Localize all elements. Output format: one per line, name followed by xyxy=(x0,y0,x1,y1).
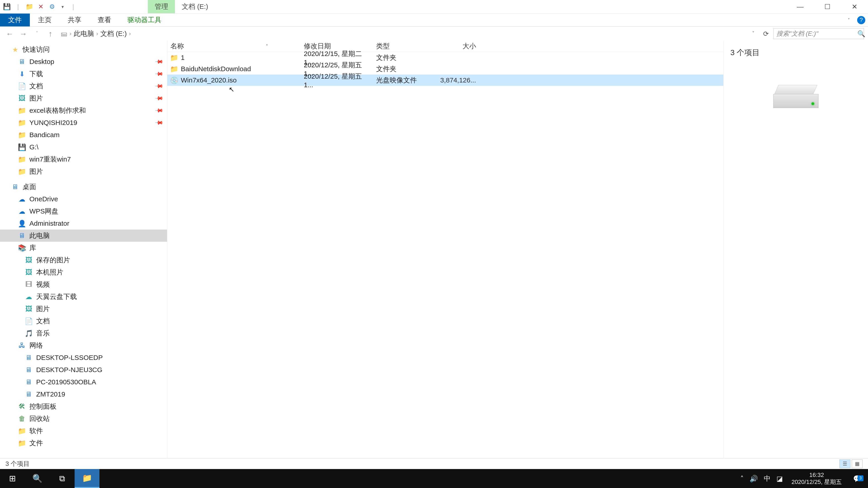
taskbar-search-button[interactable]: 🔍 xyxy=(25,469,50,488)
tree-item[interactable]: 🎞视频 xyxy=(0,278,167,291)
taskbar-clock[interactable]: 16:32 2020/12/25, 星期五 xyxy=(789,471,844,486)
ribbon-collapse-icon[interactable]: ˅ xyxy=(843,13,855,26)
up-button[interactable]: ↑ xyxy=(45,28,56,39)
tree-recycle-bin[interactable]: 🗑回收站 xyxy=(0,413,167,425)
col-size[interactable]: 大小 xyxy=(434,41,479,52)
tree-item[interactable]: 🖥DESKTOP-NJEU3CG xyxy=(0,364,167,376)
tree-label: ZMT2019 xyxy=(36,390,65,398)
tree-item[interactable]: 🖥PC-20190530OBLA xyxy=(0,376,167,388)
tree-item[interactable]: ⬇下载📌 xyxy=(0,68,167,80)
tree-item[interactable]: 🖼图片 xyxy=(0,303,167,315)
search-icon[interactable]: 🔍 xyxy=(857,30,865,37)
tree-item[interactable]: 📁图片 xyxy=(0,165,167,177)
desktop-icon: 🖥 xyxy=(11,183,19,191)
breadcrumb-bar[interactable]: 🖴 › 此电脑 › 文档 (E:) › ˅ xyxy=(58,28,758,39)
clock-time: 16:32 xyxy=(792,471,842,479)
tree-label: 桌面 xyxy=(23,182,36,192)
tab-view[interactable]: 查看 xyxy=(90,13,119,26)
forward-button[interactable]: → xyxy=(18,28,29,39)
tree-item[interactable]: ☁OneDrive xyxy=(0,193,167,205)
tree-item[interactable]: 📁Bandicam xyxy=(0,129,167,141)
tree-quick-access[interactable]: ★快速访问 xyxy=(0,43,167,56)
view-thumbnails-button[interactable]: ▦ xyxy=(852,459,863,468)
tree-item[interactable]: 💾G:\ xyxy=(0,141,167,153)
contextual-tab-label: 管理 xyxy=(148,0,175,13)
qat-delete-icon[interactable]: ✕ xyxy=(37,3,45,11)
tree-item[interactable]: 🖼图片📌 xyxy=(0,92,167,104)
qat-customize-icon[interactable]: ▾ xyxy=(59,4,66,9)
volume-icon[interactable]: 🔊 xyxy=(749,475,758,483)
navigation-tree[interactable]: ★快速访问 🖥Desktop📌⬇下载📌📄文档📌🖼图片📌📁excel表格制作求和📌… xyxy=(0,41,167,458)
tree-item[interactable]: 🖥ZMT2019 xyxy=(0,388,167,400)
system-tray: ˄ 🔊 中 ◪ 16:32 2020/12/25, 星期五 💬3 xyxy=(736,469,868,488)
control-panel-icon: 🛠 xyxy=(18,402,26,410)
ime-indicator[interactable]: 中 xyxy=(764,474,771,483)
qat-properties-icon[interactable]: 📁 xyxy=(25,3,33,11)
folder-icon: 📁 xyxy=(170,54,178,61)
refresh-button[interactable]: ⟳ xyxy=(761,28,771,39)
tree-item[interactable]: 🖥DESKTOP-LSSOEDP xyxy=(0,352,167,364)
tab-file[interactable]: 文件 xyxy=(0,13,30,26)
tree-label: 快速访问 xyxy=(23,45,50,54)
tree-item[interactable]: 📄文档 xyxy=(0,315,167,327)
col-name[interactable]: 名称˄ xyxy=(167,41,301,52)
tree-item[interactable]: 📁win7重装win7 xyxy=(0,153,167,165)
tree-item[interactable]: ☁WPS网盘 xyxy=(0,205,167,217)
tree-item[interactable]: 📄文档📌 xyxy=(0,80,167,92)
tree-item[interactable]: 🖥Desktop📌 xyxy=(0,56,167,68)
breadcrumb-root[interactable]: 此电脑 xyxy=(74,29,94,38)
tree-software[interactable]: 📁软件 xyxy=(0,425,167,437)
tab-home[interactable]: 主页 xyxy=(30,13,60,26)
folder-icon: 📁 xyxy=(18,427,26,435)
start-button[interactable]: ⊞ xyxy=(0,469,25,488)
pic-icon: 🖼 xyxy=(25,305,33,313)
task-view-button[interactable]: ⧉ xyxy=(50,469,74,488)
recent-locations-button[interactable]: ˅ xyxy=(31,28,42,39)
tab-drive-tools[interactable]: 驱动器工具 xyxy=(119,13,169,26)
qat-undo-icon[interactable]: ⚙ xyxy=(48,3,56,11)
tree-item[interactable]: 🖼本机照片 xyxy=(0,266,167,278)
tab-share[interactable]: 共享 xyxy=(60,13,90,26)
tree-label: OneDrive xyxy=(29,195,58,203)
drive-g-icon: 💾 xyxy=(18,143,26,151)
tray-overflow-icon[interactable]: ˄ xyxy=(740,475,744,483)
file-row[interactable]: 💿Win7x64_2020.iso2020/12/25, 星期五 1...光盘映… xyxy=(167,74,723,86)
taskbar-explorer[interactable]: 📁 xyxy=(74,469,99,488)
tree-item[interactable]: 👤Administrator xyxy=(0,217,167,230)
file-row[interactable]: 📁12020/12/15, 星期二 1...文件夹 xyxy=(167,52,723,63)
address-dropdown-icon[interactable]: ˅ xyxy=(751,31,756,37)
view-details-button[interactable]: ☰ xyxy=(839,459,850,468)
tree-item[interactable]: 🖼保存的图片 xyxy=(0,254,167,266)
search-box[interactable]: 🔍 xyxy=(774,28,864,39)
col-type[interactable]: 类型 xyxy=(373,41,434,52)
close-button[interactable]: ✕ xyxy=(841,0,868,13)
minimize-button[interactable]: — xyxy=(786,0,814,13)
chevron-right-icon[interactable]: › xyxy=(96,31,98,37)
maximize-button[interactable]: ☐ xyxy=(814,0,841,13)
search-input[interactable] xyxy=(776,30,857,37)
tree-item[interactable]: 🖥此电脑 xyxy=(0,230,167,242)
tree-item[interactable]: 🎵音乐 xyxy=(0,327,167,339)
tree-item[interactable]: 📚库 xyxy=(0,242,167,254)
action-center-button[interactable]: 💬3 xyxy=(850,475,864,483)
file-rows[interactable]: 📁12020/12/15, 星期二 1...文件夹📁BaiduNetdiskDo… xyxy=(167,52,723,458)
lib-icon: 📚 xyxy=(18,244,26,252)
tree-files[interactable]: 📁文件 xyxy=(0,437,167,449)
tree-network[interactable]: 🖧网络 xyxy=(0,339,167,352)
tree-control-panel[interactable]: 🛠控制面板 xyxy=(0,400,167,413)
tree-desktop[interactable]: 🖥桌面 xyxy=(0,181,167,193)
back-button[interactable]: ← xyxy=(4,28,16,39)
breadcrumb-current[interactable]: 文档 (E:) xyxy=(100,29,127,38)
file-row[interactable]: 📁BaiduNetdiskDownload2020/12/25, 星期五 1..… xyxy=(167,63,723,74)
tree-label: 下载 xyxy=(29,69,43,78)
chevron-right-icon[interactable]: › xyxy=(70,31,71,37)
chevron-right-icon[interactable]: › xyxy=(129,31,131,37)
tree-item[interactable]: 📁YUNQISHI2019📌 xyxy=(0,117,167,129)
tree-item[interactable]: ☁天翼云盘下载 xyxy=(0,291,167,303)
tree-item[interactable]: 📁excel表格制作求和📌 xyxy=(0,104,167,117)
tree-label: 控制面板 xyxy=(29,402,57,411)
help-button[interactable]: ? xyxy=(855,13,868,26)
clock-date: 2020/12/25, 星期五 xyxy=(792,479,842,486)
tray-app-icon[interactable]: ◪ xyxy=(776,475,783,483)
ribbon-tabs: 文件 主页 共享 查看 驱动器工具 ˅ ? xyxy=(0,13,868,27)
